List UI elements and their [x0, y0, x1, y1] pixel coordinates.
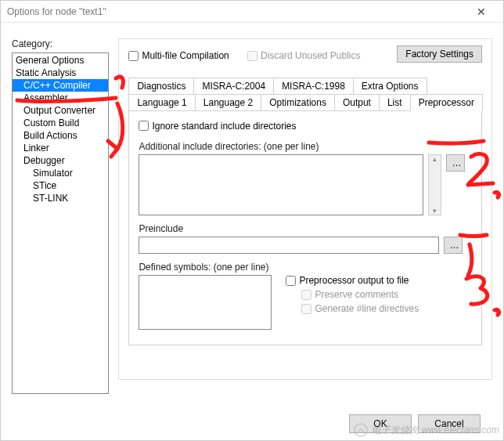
discard-unused-input — [247, 51, 257, 61]
category-item[interactable]: Simulator — [13, 167, 108, 179]
discard-unused-label: Discard Unused Publics — [261, 50, 360, 61]
tab-diagnostics[interactable]: Diagnostics — [128, 78, 194, 95]
preinclude-input[interactable] — [139, 237, 439, 254]
defined-symbols-row: Preprocessor output to file Preserve com… — [139, 275, 472, 330]
preserve-comments-label: Preserve comments — [315, 289, 398, 300]
preprocessor-output-options: Preprocessor output to file Preserve com… — [286, 275, 419, 317]
scroll-down-icon[interactable]: ▾ — [433, 207, 437, 215]
tab-row-2: Language 1Language 2OptimizationsOutputL… — [128, 94, 482, 110]
category-item[interactable]: Static Analysis — [13, 67, 108, 79]
additional-include-row: ▴▾ … — [139, 154, 472, 215]
category-panel: Category: General OptionsStatic Analysis… — [12, 38, 109, 432]
tab-misra-c-1998[interactable]: MISRA-C:1998 — [273, 78, 354, 95]
tab-extra-options[interactable]: Extra Options — [353, 78, 427, 95]
close-icon[interactable]: ✕ — [466, 5, 497, 18]
category-item[interactable]: General Options — [13, 54, 108, 67]
multi-file-checkbox[interactable]: Multi-file Compilation — [128, 50, 229, 61]
category-item[interactable]: Linker — [13, 142, 108, 154]
tabs: DiagnosticsMISRA-C:2004MISRA-C:1998Extra… — [128, 78, 482, 345]
category-item[interactable]: Assembler — [13, 92, 108, 104]
ignore-std-checkbox[interactable]: Ignore standard include directories — [139, 121, 296, 132]
tab-row-1: DiagnosticsMISRA-C:2004MISRA-C:1998Extra… — [128, 78, 482, 94]
tab-misra-c-2004[interactable]: MISRA-C:2004 — [193, 78, 274, 95]
generate-line-input — [301, 304, 311, 314]
category-item[interactable]: Build Actions — [13, 129, 108, 142]
preinclude-row: … — [139, 237, 472, 254]
tab-list[interactable]: List — [379, 94, 411, 111]
window-title: Options for node "text1" — [7, 6, 466, 17]
tab-body-preprocessor: Ignore standard include directories Addi… — [128, 110, 482, 345]
tab-output[interactable]: Output — [334, 94, 380, 111]
titlebar: Options for node "text1" ✕ — [1, 1, 503, 23]
defined-symbols-label: Defined symbols: (one per line) — [139, 262, 472, 273]
multi-file-input[interactable] — [128, 51, 139, 61]
category-item[interactable]: Debugger — [13, 154, 108, 167]
multi-file-label: Multi-file Compilation — [142, 50, 229, 61]
additional-include-label: Additional include directories: (one per… — [139, 141, 472, 152]
factory-settings-button[interactable]: Factory Settings — [397, 45, 482, 63]
preinclude-label: Preinclude — [139, 223, 472, 234]
scroll-up-icon[interactable]: ▴ — [433, 155, 437, 163]
category-item[interactable]: Output Converter — [13, 104, 108, 117]
client-area: Category: General OptionsStatic Analysis… — [1, 23, 503, 440]
category-label: Category: — [12, 38, 109, 49]
category-item[interactable]: ST-LINK — [13, 192, 108, 204]
dialog-footer: OK Cancel — [349, 414, 481, 433]
scrollbar[interactable]: ▴▾ — [428, 154, 441, 215]
tab-language-2[interactable]: Language 2 — [195, 94, 261, 111]
category-list[interactable]: General OptionsStatic AnalysisC/C++ Comp… — [12, 52, 109, 394]
settings-panel: Factory Settings Multi-file Compilation … — [118, 38, 492, 380]
browse-preinclude-button[interactable]: … — [444, 237, 463, 254]
options-dialog: Options for node "text1" ✕ Category: Gen… — [0, 0, 504, 441]
pp-output-label: Preprocessor output to file — [299, 275, 409, 286]
tab-optimizations[interactable]: Optimizations — [261, 94, 335, 111]
browse-include-button[interactable]: … — [446, 154, 465, 172]
tab-language-1[interactable]: Language 1 — [128, 94, 195, 111]
ok-button[interactable]: OK — [349, 414, 412, 433]
generate-line-label: Generate #line directives — [315, 303, 419, 314]
category-item[interactable]: Custom Build — [13, 117, 108, 129]
discard-unused-checkbox: Discard Unused Publics — [247, 50, 360, 61]
preserve-comments-checkbox: Preserve comments — [301, 289, 419, 300]
preserve-comments-input — [301, 290, 311, 300]
category-item[interactable]: C/C++ Compiler — [13, 79, 108, 92]
cancel-button[interactable]: Cancel — [418, 414, 481, 433]
ignore-std-label: Ignore standard include directories — [152, 121, 296, 132]
ignore-std-input[interactable] — [139, 121, 149, 131]
pp-output-input[interactable] — [286, 276, 296, 286]
category-item[interactable]: STice — [13, 179, 108, 192]
tab-preprocessor[interactable]: Preprocessor — [410, 94, 483, 111]
additional-include-textarea[interactable] — [139, 154, 423, 215]
defined-symbols-textarea[interactable] — [139, 275, 272, 330]
pp-output-checkbox[interactable]: Preprocessor output to file — [286, 275, 419, 286]
generate-line-checkbox: Generate #line directives — [301, 303, 419, 314]
